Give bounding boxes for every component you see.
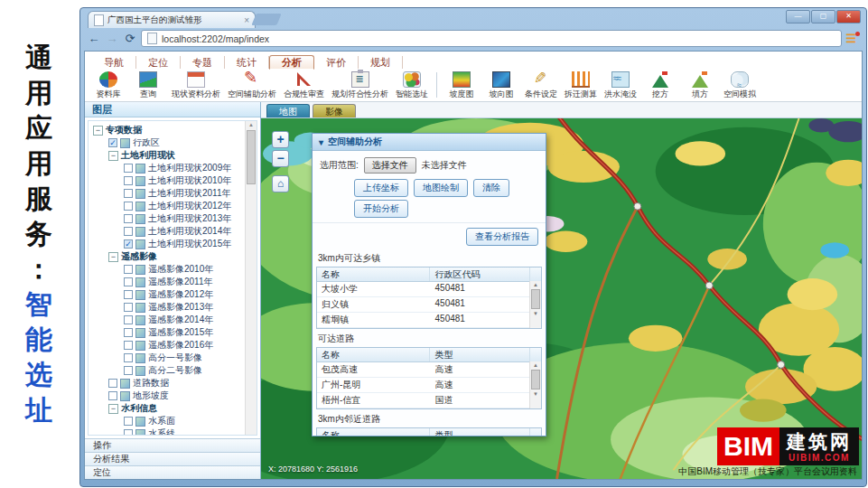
sidebar-panel-分析结果[interactable]: 分析结果 (85, 452, 260, 465)
layer-checkbox[interactable] (124, 417, 133, 426)
tree-item[interactable]: 土地利用现状2013年 (93, 212, 244, 225)
table-row[interactable]: 归义镇450481 (317, 297, 541, 313)
tool-现状资料分析[interactable]: 现状资料分析 (169, 70, 223, 100)
tree-item[interactable]: 遥感影像2013年 (93, 301, 244, 314)
tool-查询[interactable]: 查询 (129, 70, 167, 100)
tree-item[interactable]: 遥感影像2011年 (93, 276, 244, 288)
layer-checkbox[interactable] (124, 277, 133, 286)
tree-item[interactable]: 地形坡度 (93, 389, 244, 402)
layer-checkbox[interactable]: ✓ (124, 239, 133, 249)
forward-icon[interactable]: → (105, 32, 119, 45)
map-canvas[interactable]: + − ⌂ ▾ 空间辅助分析 选用范围: 选择 (261, 118, 862, 479)
close-button[interactable]: ✕ (836, 10, 861, 23)
layer-checkbox[interactable] (124, 429, 133, 436)
layer-checkbox[interactable] (124, 164, 133, 173)
menu-tab-规划[interactable]: 规划 (359, 56, 403, 69)
tool-条件设定[interactable]: 条件设定 (522, 70, 560, 100)
dialog-button-地图绘制[interactable]: 地图绘制 (414, 179, 468, 197)
dialog-button-上传坐标[interactable]: 上传坐标 (354, 179, 408, 197)
layer-checkbox[interactable] (124, 265, 133, 274)
back-icon[interactable]: ← (87, 32, 101, 45)
scroll-thumb[interactable] (247, 130, 256, 184)
layer-checkbox[interactable] (124, 315, 133, 324)
layer-checkbox[interactable] (124, 303, 133, 312)
menu-tab-统计[interactable]: 统计 (225, 56, 269, 69)
scroll-up-icon[interactable]: ▲ (533, 281, 538, 288)
tree-item[interactable]: 遥感影像2010年 (93, 263, 244, 276)
tree-item[interactable]: 遥感影像2016年 (93, 339, 244, 352)
layer-checkbox[interactable] (108, 391, 117, 400)
map-tab-地图[interactable]: 地图 (266, 104, 310, 117)
scroll-down-icon[interactable]: ▼ (533, 390, 538, 398)
browser-menu-icon[interactable]: ☰ (845, 32, 860, 45)
reload-icon[interactable]: ⟳ (123, 32, 137, 45)
tool-空间辅助分析[interactable]: 空间辅助分析 (225, 70, 279, 100)
sidebar-panel-定位[interactable]: 定位 (85, 465, 260, 479)
minimize-button[interactable]: — (786, 10, 810, 23)
browser-tab[interactable]: 广西国土平台的测试雏形 × (88, 11, 256, 28)
tree-item[interactable]: 道路数据 (93, 377, 244, 389)
collapse-icon[interactable]: ▾ (319, 137, 323, 147)
tab-close-icon[interactable]: × (244, 15, 249, 25)
layer-checkbox[interactable] (124, 189, 133, 198)
collapse-icon[interactable]: − (93, 126, 103, 136)
tree-item[interactable]: 水系线 (93, 427, 244, 436)
tree-item[interactable]: 土地利用现状2012年 (93, 200, 244, 212)
tree-item[interactable]: −土地利用现状 (93, 149, 244, 162)
tool-规划符合性分析[interactable]: 规划符合性分析 (329, 70, 391, 100)
menu-tab-定位[interactable]: 定位 (136, 56, 181, 69)
layer-checkbox[interactable] (124, 328, 133, 337)
tree-item[interactable]: ✓土地利用现状2015年 (93, 238, 244, 250)
tree-item[interactable]: 土地利用现状2010年 (93, 174, 244, 187)
collapse-icon[interactable]: − (108, 252, 118, 262)
scroll-up-icon[interactable]: ▲ (248, 121, 254, 129)
layer-checkbox[interactable] (124, 353, 133, 362)
layer-checkbox[interactable] (124, 214, 133, 223)
tool-空间模拟[interactable]: 空间模拟 (721, 70, 759, 100)
menu-tab-导航[interactable]: 导航 (92, 56, 136, 69)
menu-tab-分析[interactable]: 分析 (269, 55, 314, 70)
menu-tab-评价[interactable]: 评价 (314, 56, 359, 69)
layer-checkbox[interactable] (124, 366, 133, 375)
new-tab-button[interactable] (251, 14, 281, 25)
tree-item[interactable]: 遥感影像2014年 (93, 314, 244, 326)
layer-checkbox[interactable] (124, 227, 133, 236)
map-tab-影像[interactable]: 影像 (313, 104, 356, 117)
dialog-button-开始分析[interactable]: 开始分析 (354, 200, 408, 218)
tree-item[interactable]: 遥感影像2012年 (93, 288, 244, 301)
tree-item[interactable]: 高分一号影像 (93, 352, 244, 364)
menu-tab-专题[interactable]: 专题 (181, 56, 225, 69)
tool-坡度图[interactable]: 坡度图 (443, 70, 481, 100)
tree-item[interactable]: −专项数据 (93, 124, 244, 136)
tool-智能选址[interactable]: 智能选址 (393, 70, 431, 100)
table-scrollbar[interactable]: ▲▼ (529, 281, 541, 328)
tool-坡向图[interactable]: 坡向图 (482, 70, 520, 100)
choose-file-button[interactable]: 选择文件 (364, 157, 416, 174)
home-button[interactable]: ⌂ (272, 175, 289, 192)
tree-item[interactable]: 水系面 (93, 415, 244, 427)
zoom-out-button[interactable]: − (272, 150, 289, 167)
tree-item[interactable]: ✓行政区 (93, 136, 244, 149)
scroll-thumb[interactable] (531, 289, 540, 309)
tree-item[interactable]: 土地利用现状2009年 (93, 162, 244, 174)
maximize-button[interactable]: ▢ (811, 10, 835, 23)
table-row[interactable]: 糯垌镇450481 (317, 313, 541, 328)
tool-拆迁测算[interactable]: 拆迁测算 (562, 70, 600, 100)
table-row[interactable]: 广州-昆明高速 (317, 378, 541, 393)
tool-资料库[interactable]: 资料库 (89, 70, 127, 100)
sidebar-panel-操作[interactable]: 操作 (85, 438, 260, 452)
zoom-in-button[interactable]: + (272, 131, 289, 148)
tree-item[interactable]: 土地利用现状2011年 (93, 187, 244, 200)
layer-checkbox[interactable] (124, 341, 133, 350)
tool-填方[interactable]: 填方 (681, 70, 719, 100)
layer-checkbox[interactable] (108, 379, 117, 388)
tree-scrollbar[interactable]: ▲ (245, 121, 257, 435)
layer-checkbox[interactable] (124, 202, 133, 211)
address-bar[interactable]: localhost:2202/map/index (141, 30, 842, 47)
collapse-icon[interactable]: − (108, 151, 118, 161)
tree-item[interactable]: 土地利用现状2014年 (93, 225, 244, 238)
tool-洪水淹没[interactable]: 洪水淹没 (602, 70, 639, 100)
layer-checkbox[interactable] (124, 176, 133, 185)
tree-item[interactable]: 高分二号影像 (93, 364, 244, 377)
tree-item[interactable]: −遥感影像 (93, 250, 244, 263)
